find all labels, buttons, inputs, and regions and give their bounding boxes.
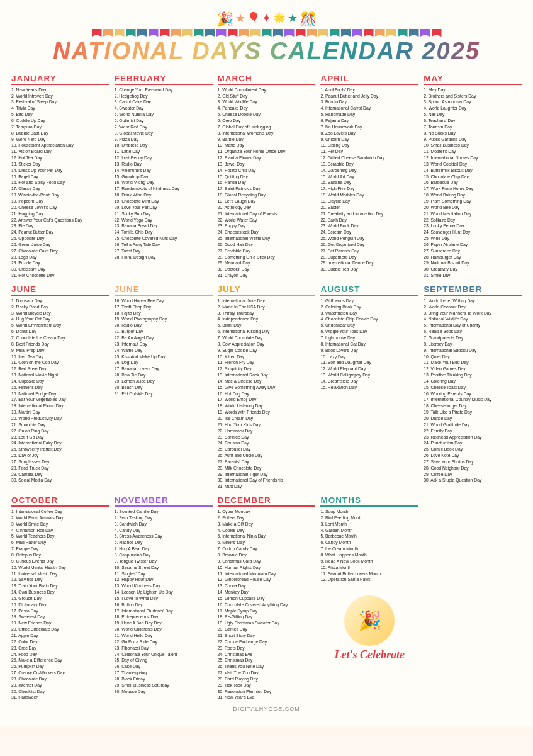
month-august: AUGUST 1. Girlfriends Day2. Coloring Boo… bbox=[320, 283, 418, 491]
january-days: 1. New Year's Day2. World Introvert Day3… bbox=[11, 87, 109, 279]
page-wrapper: { "title": "NATIONAL DAYS CALENDAR 2025"… bbox=[0, 0, 533, 725]
december-days: 1. Cyber Monday2. Fritters Day3. Make a … bbox=[218, 509, 316, 701]
month-title-august: AUGUST bbox=[320, 285, 418, 296]
february-days: 1. Change Your Password Day2. Hedgehog D… bbox=[115, 87, 213, 261]
month-title-december: DECEMBER bbox=[218, 495, 316, 507]
month-title-march: MARCH bbox=[218, 74, 316, 85]
page-header: 🎉 ★ 🎈 ✦ 🌟 ★ 🎊 bbox=[11, 6, 522, 69]
month-title-june: JUNE bbox=[11, 285, 109, 296]
august-days: 1. Girlfriends Day2. Coloring Book Day3.… bbox=[320, 298, 418, 391]
celebrate-text: Let's Celebrate bbox=[320, 648, 418, 662]
month-months: MONTHS 1. Soup Month2. Bird Feeding Mont… bbox=[320, 494, 418, 702]
page-title: NATIONAL DAYS CALENDAR 2025 bbox=[11, 38, 522, 65]
month-title-april: APRIL bbox=[320, 74, 418, 85]
month-july: JULY 1. International Joke Day2. Made In… bbox=[218, 283, 316, 491]
march-days: 1. World Compliment Day2. Old Stuff Day3… bbox=[218, 87, 316, 279]
calendar-grid: JANUARY 1. New Year's Day2. World Introv… bbox=[11, 72, 522, 702]
month-june: JUNE 1. Dinosaur Day2. Rocky Road Day3. … bbox=[11, 283, 109, 491]
month-title-may: MAY bbox=[424, 74, 522, 85]
july-days: 1. International Joke Day2. Made In The … bbox=[218, 298, 316, 490]
april-days: 1. April Fools' Day2. Peanut Butter and … bbox=[320, 87, 418, 273]
month-title-july: JULY bbox=[218, 285, 316, 296]
month-title-june-extra: JUNE bbox=[115, 285, 213, 296]
months-list: 1. Soup Month2. Bird Feeding Month3. Len… bbox=[320, 509, 418, 583]
november-days: 1. Scented Candle Day2. Zero Tasking Day… bbox=[115, 509, 213, 694]
june-extra-days: 16. World Honey Bee Day17. Thrift Shop D… bbox=[115, 298, 213, 397]
month-january: JANUARY 1. New Year's Day2. World Introv… bbox=[11, 72, 109, 280]
footer: DIGITALHYGGE.COM bbox=[11, 706, 522, 712]
month-title-october: OCTOBER bbox=[11, 495, 109, 507]
month-february: FEBRUARY 1. Change Your Password Day2. H… bbox=[115, 72, 213, 280]
month-title-september: SEPTEMBER bbox=[424, 285, 522, 296]
month-title-january: JANUARY bbox=[11, 74, 109, 85]
month-september: SEPTEMBER 1. World Letter Writing Day2. … bbox=[424, 283, 522, 491]
month-title-months: MONTHS bbox=[320, 495, 418, 507]
month-april: APRIL 1. April Fools' Day2. Peanut Butte… bbox=[320, 72, 418, 280]
footer-url: DIGITALHYGGE.COM bbox=[233, 706, 300, 712]
month-title-february: FEBRUARY bbox=[115, 74, 213, 85]
month-may: MAY 1. May Day2. Brothers and Sisters Da… bbox=[424, 72, 522, 280]
june-days: 1. Dinosaur Day2. Rocky Road Day3. World… bbox=[11, 298, 109, 483]
may-days: 1. May Day2. Brothers and Sisters Day3. … bbox=[424, 87, 522, 279]
month-october: OCTOBER 1. International Coffee Day2. Wo… bbox=[11, 494, 109, 702]
month-march: MARCH 1. World Compliment Day2. Old Stuf… bbox=[218, 72, 316, 280]
celebrate-decoration: 🎉 Let's Celebrate bbox=[320, 595, 418, 662]
september-days: 1. World Letter Writing Day2. World Coco… bbox=[424, 298, 522, 483]
october-days: 1. International Coffee Day2. World Farm… bbox=[11, 509, 109, 701]
month-december: DECEMBER 1. Cyber Monday2. Fritters Day3… bbox=[218, 494, 316, 702]
month-november: NOVEMBER 1. Scented Candle Day2. Zero Ta… bbox=[115, 494, 213, 702]
month-june-extra: JUNE 16. World Honey Bee Day17. Thrift S… bbox=[115, 283, 213, 491]
month-title-november: NOVEMBER bbox=[115, 495, 213, 507]
